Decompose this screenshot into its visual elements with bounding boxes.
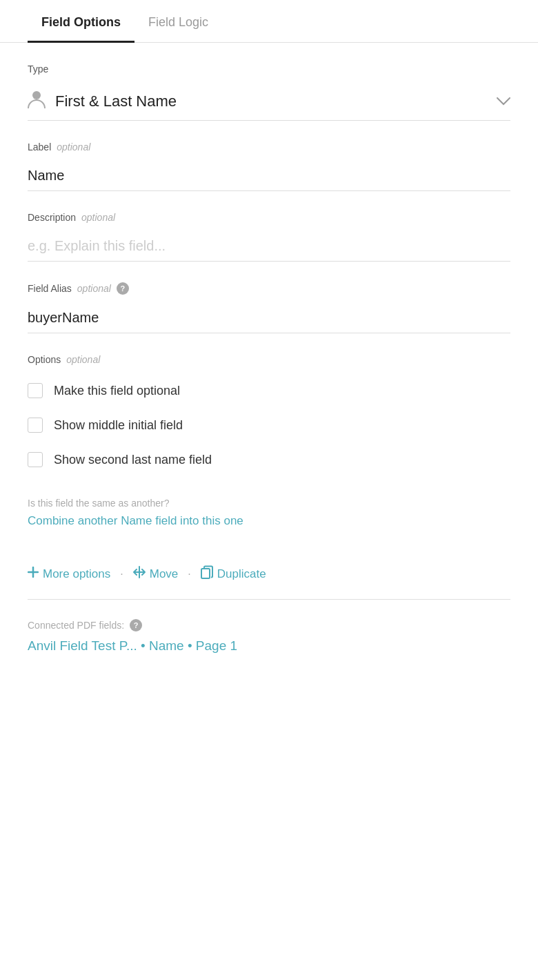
checkbox-optional-field: Make this field optional — [28, 373, 510, 408]
options-section: Options optional Make this field optiona… — [28, 354, 510, 477]
connected-pdf-label: Connected PDF fields: ? — [28, 619, 510, 631]
more-options-link[interactable]: More options — [28, 567, 110, 581]
description-input[interactable] — [28, 231, 510, 262]
combine-link[interactable]: Combine another Name field into this one — [28, 514, 243, 527]
checkbox-second-last-name: Show second last name field — [28, 442, 510, 477]
combine-question: Is this field the same as another? — [28, 498, 510, 509]
alias-field-label: Field Alias optional ? — [28, 282, 510, 295]
dot-separator-2: · — [185, 568, 193, 580]
type-selector[interactable]: First & Last Name — [28, 83, 510, 121]
more-options-row: More options · Move · Duplicate — [28, 549, 510, 600]
person-icon — [28, 90, 46, 113]
alias-field-group: Field Alias optional ? — [28, 282, 510, 333]
svg-rect-1 — [201, 569, 210, 578]
checkbox-optional-field-input[interactable] — [28, 383, 43, 398]
checkbox-second-last-name-label: Show second last name field — [54, 453, 212, 467]
label-field-label: Label optional — [28, 141, 510, 153]
description-field-label: Description optional — [28, 212, 510, 223]
type-selector-left: First & Last Name — [28, 90, 177, 113]
chevron-down-icon — [497, 95, 510, 109]
connected-pdf-link[interactable]: Anvil Field Test P... • Name • Page 1 — [28, 638, 237, 653]
type-value: First & Last Name — [55, 92, 177, 110]
description-field-group: Description optional — [28, 212, 510, 262]
type-label: Type — [28, 63, 510, 75]
checkbox-optional-field-label: Make this field optional — [54, 384, 180, 398]
label-input[interactable] — [28, 161, 510, 191]
dot-separator-1: · — [117, 568, 126, 580]
plus-icon — [28, 567, 39, 581]
options-label: Options optional — [28, 354, 510, 365]
combine-section: Is this field the same as another? Combi… — [28, 498, 510, 528]
checkbox-second-last-name-input[interactable] — [28, 452, 43, 467]
tab-field-logic[interactable]: Field Logic — [134, 0, 222, 42]
alias-help-icon[interactable]: ? — [117, 282, 129, 295]
checkbox-middle-initial-label: Show middle initial field — [54, 418, 183, 433]
alias-input[interactable] — [28, 303, 510, 333]
tab-bar: Field Options Field Logic — [0, 0, 538, 43]
duplicate-icon — [201, 565, 213, 582]
checkbox-middle-initial-input[interactable] — [28, 418, 43, 433]
checkbox-middle-initial: Show middle initial field — [28, 408, 510, 442]
move-link[interactable]: Move — [133, 566, 179, 582]
svg-point-0 — [32, 91, 41, 99]
connected-pdf-help-icon[interactable]: ? — [130, 619, 142, 631]
connected-pdf-section: Connected PDF fields: ? Anvil Field Test… — [28, 619, 510, 654]
tab-field-options[interactable]: Field Options — [28, 0, 134, 42]
content-area: Type First & Last Name Label — [0, 43, 538, 674]
type-field-group: Type First & Last Name — [28, 63, 510, 121]
label-field-group: Label optional — [28, 141, 510, 191]
duplicate-link[interactable]: Duplicate — [201, 565, 266, 582]
move-icon — [133, 566, 146, 582]
